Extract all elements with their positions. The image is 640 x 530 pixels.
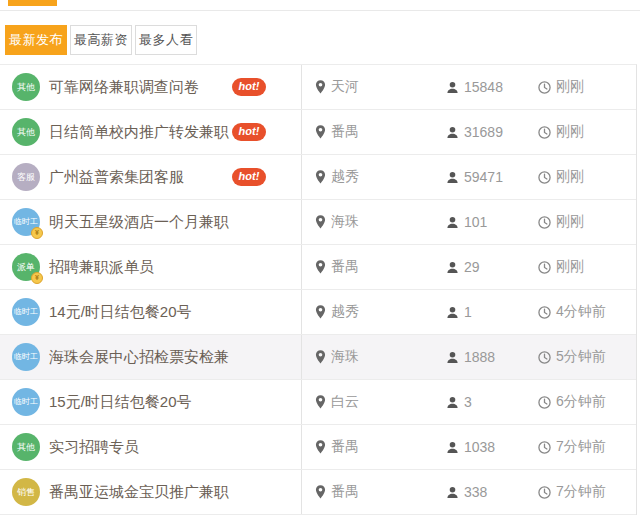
time-text: 刚刚 bbox=[556, 213, 584, 231]
job-row[interactable]: 临时工 15元/时日结包餐20号 白云 3 6分钟前 bbox=[0, 380, 636, 425]
job-row[interactable]: 派单 ¥ 招聘兼职派单员 番禺 29 刚刚 bbox=[0, 245, 636, 290]
person-icon bbox=[446, 306, 459, 319]
location-pin-icon bbox=[315, 305, 326, 319]
job-title-link[interactable]: 广州益普索集团客服 bbox=[49, 168, 184, 187]
job-category-badge: 临时工 bbox=[12, 343, 40, 371]
views-count: 31689 bbox=[464, 124, 503, 140]
clock-icon bbox=[538, 171, 551, 184]
views-count: 15848 bbox=[464, 79, 503, 95]
job-row[interactable]: 临时工 海珠会展中心招检票安检兼 海珠 1888 5分钟前 bbox=[0, 335, 636, 380]
location-cell: 越秀 bbox=[302, 303, 446, 321]
location-text: 海珠 bbox=[331, 348, 359, 366]
person-icon bbox=[446, 396, 459, 409]
person-icon bbox=[446, 261, 459, 274]
location-text: 白云 bbox=[331, 393, 359, 411]
coin-icon: ¥ bbox=[31, 272, 43, 284]
location-cell: 越秀 bbox=[302, 168, 446, 186]
location-cell: 番禺 bbox=[302, 258, 446, 276]
hot-badge: hot! bbox=[232, 123, 266, 141]
location-pin-icon bbox=[315, 215, 326, 229]
time-cell: 刚刚 bbox=[538, 258, 636, 276]
time-text: 7分钟前 bbox=[556, 483, 606, 501]
time-text: 刚刚 bbox=[556, 78, 584, 96]
location-cell: 海珠 bbox=[302, 348, 446, 366]
time-text: 刚刚 bbox=[556, 258, 584, 276]
job-category-badge: 临时工 ¥ bbox=[12, 208, 40, 236]
views-cell: 101 bbox=[446, 214, 538, 230]
views-cell: 3 bbox=[446, 394, 538, 410]
job-row[interactable]: 临时工 ¥ 明天五星级酒店一个月兼职 海珠 101 刚刚 bbox=[0, 200, 636, 245]
job-category-label: 临时工 bbox=[14, 218, 38, 226]
location-cell: 番禺 bbox=[302, 438, 446, 456]
job-category-label: 派单 bbox=[17, 263, 35, 272]
sort-tab-0[interactable]: 最新发布 bbox=[5, 25, 67, 55]
job-row[interactable]: 销售 番禺亚运城金宝贝推广兼职 番禺 338 7分钟前 bbox=[0, 470, 636, 515]
job-title-link[interactable]: 可靠网络兼职调查问卷 bbox=[49, 78, 199, 97]
job-category-badge: 派单 ¥ bbox=[12, 253, 40, 281]
time-text: 刚刚 bbox=[556, 123, 584, 141]
clock-icon bbox=[538, 126, 551, 139]
time-text: 4分钟前 bbox=[556, 303, 606, 321]
location-pin-icon bbox=[315, 125, 326, 139]
views-cell: 59471 bbox=[446, 169, 538, 185]
job-title-cell: 其他 可靠网络兼职调查问卷 hot! bbox=[0, 65, 302, 109]
job-title-cell: 销售 番禺亚运城金宝贝推广兼职 bbox=[0, 470, 302, 514]
person-icon bbox=[446, 441, 459, 454]
sort-tab-1[interactable]: 最高薪资 bbox=[70, 25, 132, 55]
sort-tab-label: 最多人看 bbox=[139, 32, 193, 47]
hot-badge: hot! bbox=[232, 168, 266, 186]
time-cell: 7分钟前 bbox=[538, 483, 636, 501]
location-text: 越秀 bbox=[331, 168, 359, 186]
location-pin-icon bbox=[315, 485, 326, 499]
job-title-link[interactable]: 明天五星级酒店一个月兼职 bbox=[49, 213, 229, 232]
job-title-cell: 派单 ¥ 招聘兼职派单员 bbox=[0, 245, 302, 289]
time-cell: 7分钟前 bbox=[538, 438, 636, 456]
sort-tabs: 最新发布 最高薪资 最多人看 bbox=[5, 25, 640, 55]
time-text: 6分钟前 bbox=[556, 393, 606, 411]
time-cell: 刚刚 bbox=[538, 168, 636, 186]
job-title-link[interactable]: 招聘兼职派单员 bbox=[49, 258, 154, 277]
job-row[interactable]: 其他 可靠网络兼职调查问卷 hot! 天河 15848 刚刚 bbox=[0, 65, 636, 110]
views-count: 101 bbox=[464, 214, 487, 230]
clock-icon bbox=[538, 351, 551, 364]
person-icon bbox=[446, 486, 459, 499]
location-pin-icon bbox=[315, 80, 326, 94]
job-row[interactable]: 其他 实习招聘专员 番禺 1038 7分钟前 bbox=[0, 425, 636, 470]
views-count: 1888 bbox=[464, 349, 495, 365]
job-title-cell: 临时工 ¥ 明天五星级酒店一个月兼职 bbox=[0, 200, 302, 244]
location-cell: 番禺 bbox=[302, 483, 446, 501]
location-text: 越秀 bbox=[331, 303, 359, 321]
time-cell: 刚刚 bbox=[538, 213, 636, 231]
job-title-link[interactable]: 日结简单校内推广转发兼职 bbox=[49, 123, 229, 142]
location-pin-icon bbox=[315, 440, 326, 454]
job-row[interactable]: 临时工 14元/时日结包餐20号 越秀 1 4分钟前 bbox=[0, 290, 636, 335]
job-title-link[interactable]: 14元/时日结包餐20号 bbox=[49, 303, 192, 322]
sort-tab-2[interactable]: 最多人看 bbox=[135, 25, 197, 55]
views-count: 29 bbox=[464, 259, 480, 275]
job-title-cell: 其他 实习招聘专员 bbox=[0, 425, 302, 469]
views-count: 338 bbox=[464, 484, 487, 500]
job-title-cell: 客服 广州益普索集团客服 hot! bbox=[0, 155, 302, 199]
job-category-badge: 其他 bbox=[12, 73, 40, 101]
location-cell: 白云 bbox=[302, 393, 446, 411]
location-cell: 海珠 bbox=[302, 213, 446, 231]
hot-badge: hot! bbox=[232, 78, 266, 96]
job-title-link[interactable]: 15元/时日结包餐20号 bbox=[49, 393, 192, 412]
job-title-link[interactable]: 海珠会展中心招检票安检兼 bbox=[49, 348, 229, 367]
views-cell: 1038 bbox=[446, 439, 538, 455]
location-text: 番禺 bbox=[331, 258, 359, 276]
views-count: 1 bbox=[464, 304, 472, 320]
location-text: 番禺 bbox=[331, 438, 359, 456]
location-text: 番禺 bbox=[331, 483, 359, 501]
job-category-label: 临时工 bbox=[14, 398, 38, 406]
job-category-badge: 客服 bbox=[12, 163, 40, 191]
views-count: 1038 bbox=[464, 439, 495, 455]
job-row[interactable]: 客服 广州益普索集团客服 hot! 越秀 59471 刚刚 bbox=[0, 155, 636, 200]
clock-icon bbox=[538, 486, 551, 499]
job-row[interactable]: 其他 日结简单校内推广转发兼职 hot! 番禺 31689 刚刚 bbox=[0, 110, 636, 155]
job-title-link[interactable]: 实习招聘专员 bbox=[49, 438, 139, 457]
location-text: 海珠 bbox=[331, 213, 359, 231]
job-title-link[interactable]: 番禺亚运城金宝贝推广兼职 bbox=[49, 483, 229, 502]
person-icon bbox=[446, 81, 459, 94]
time-cell: 5分钟前 bbox=[538, 348, 636, 366]
